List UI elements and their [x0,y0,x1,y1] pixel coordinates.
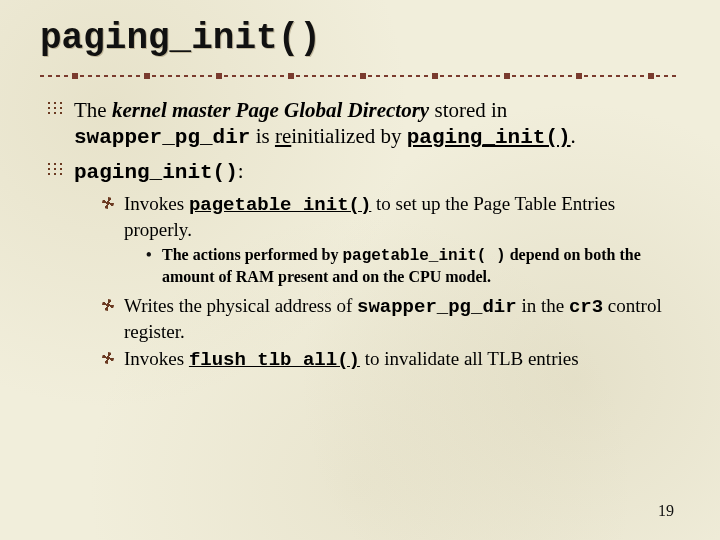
sub-item-1: Invokes pagetable_init() to set up the P… [100,192,680,288]
text: Invokes [124,348,189,369]
text: The [74,98,112,122]
text: . [571,124,576,148]
bullet-item-1: The kernel master Page Global Directory … [44,97,680,152]
code-underline-text: pagetable_init() [189,194,371,216]
slide: paging_init() The kernel master Page Glo… [0,0,720,540]
code-underline-text: flush_tlb_all() [189,349,360,371]
bullet-list-level2: Invokes pagetable_init() to set up the P… [74,192,680,373]
text: stored in [429,98,507,122]
code-text: pagetable_init( ) [342,247,505,265]
code-text: cr3 [569,296,603,318]
bullet-item-2: paging_init(): Invokes pagetable_init() … [44,158,680,374]
bullet-list-level3: The actions performed by pagetable_init(… [124,245,680,288]
text: Writes the physical address of [124,295,357,316]
page-number: 19 [658,502,674,520]
code-text: swapper_pg_dir [357,296,517,318]
text: Invokes [124,193,189,214]
slide-title: paging_init() [40,18,680,59]
text: is [250,124,275,148]
text: to invalidate all TLB entries [360,348,579,369]
code-text: swapper_pg_dir [74,126,250,149]
text: The actions performed by [162,246,342,263]
sub-item-3: Invokes flush_tlb_all() to invalidate al… [100,347,680,373]
emph-text: kernel master Page Global Directory [112,98,429,122]
code-text: paging_init() [74,161,238,184]
text: in the [517,295,569,316]
code-underline-text: paging_init() [407,126,571,149]
subsub-item-1: The actions performed by pagetable_init(… [146,245,680,288]
underline-text: re [275,124,291,148]
title-divider [40,69,680,83]
bullet-list-level1: The kernel master Page Global Directory … [40,97,680,373]
sub-item-2: Writes the physical address of swapper_p… [100,294,680,344]
text: : [238,159,244,183]
text: initialized by [291,124,406,148]
